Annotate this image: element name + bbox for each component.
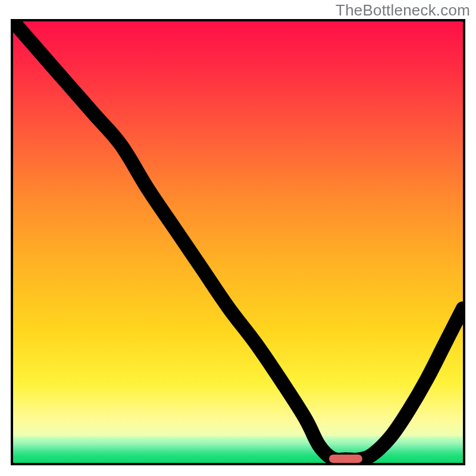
bottleneck-curve bbox=[13, 21, 463, 463]
watermark-text: TheBottleneck.com bbox=[336, 1, 470, 20]
chart-plot-area bbox=[11, 19, 465, 465]
minimum-marker bbox=[329, 455, 362, 463]
